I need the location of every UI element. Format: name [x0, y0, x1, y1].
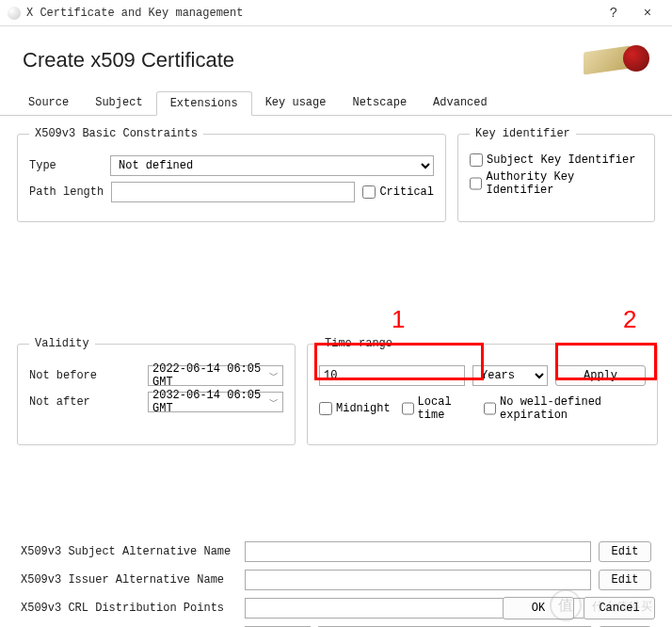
crl-label: X509v3 CRL Distribution Points — [21, 602, 237, 615]
critical-checkbox-wrap[interactable]: Critical — [362, 185, 434, 199]
window-title: X Certificate and Key management — [26, 7, 597, 20]
chevron-down-icon: ﹀ — [269, 369, 279, 382]
not-after-picker[interactable]: 2032-06-14 06:05 GMT ﹀ — [148, 392, 283, 412]
tab-extensions[interactable]: Extensions — [156, 91, 252, 116]
cancel-button[interactable]: Cancel — [584, 597, 655, 619]
midnight-checkbox[interactable] — [319, 402, 332, 415]
san-edit-button[interactable]: Edit — [599, 541, 651, 562]
no-expiration-wrap[interactable]: No well-defined expiration — [484, 395, 646, 422]
authority-key-id-label: Authority Key Identifier — [486, 170, 643, 197]
type-select[interactable]: Not defined — [110, 155, 434, 176]
ian-edit-button[interactable]: Edit — [599, 570, 651, 590]
subject-key-id-wrap[interactable]: Subject Key Identifier — [470, 153, 643, 167]
no-expiration-checkbox[interactable] — [484, 402, 496, 415]
dialog-footer: OK Cancel — [503, 597, 655, 619]
local-time-label: Local time — [418, 395, 472, 422]
authority-key-id-wrap[interactable]: Authority Key Identifier — [470, 170, 643, 197]
path-length-label: Path length — [29, 185, 104, 199]
critical-label: Critical — [379, 185, 434, 199]
tab-subject[interactable]: Subject — [82, 91, 155, 116]
midnight-wrap[interactable]: Midnight — [319, 402, 391, 415]
not-before-label: Not before — [29, 369, 140, 382]
not-before-value: 2022-06-14 06:05 GMT — [152, 362, 269, 389]
validity-group: Validity Not before 2022-06-14 06:05 GMT… — [17, 337, 296, 445]
local-time-checkbox[interactable] — [402, 402, 414, 415]
time-range-group: Time range Years Apply Midnight Local ti… — [307, 337, 658, 445]
tab-content: X509v3 Basic Constraints Type Not define… — [0, 116, 672, 627]
no-expiration-label: No well-defined expiration — [500, 395, 646, 422]
subject-key-id-label: Subject Key Identifier — [487, 153, 635, 167]
window-titlebar: X Certificate and Key management ? × — [0, 0, 672, 26]
key-identifier-legend: Key identifier — [470, 127, 576, 140]
annotation-2: 2 — [623, 305, 636, 334]
san-input[interactable] — [245, 541, 591, 562]
ian-label: X509v3 Issuer Alternative Name — [21, 573, 237, 587]
path-length-input[interactable] — [111, 182, 355, 202]
page-title: Create x509 Certificate — [23, 48, 234, 72]
time-range-input[interactable] — [319, 365, 465, 386]
time-range-unit-select[interactable]: Years — [472, 365, 548, 386]
app-icon — [8, 7, 21, 20]
chevron-down-icon: ﹀ — [269, 395, 279, 409]
annotation-1: 1 — [392, 305, 405, 334]
critical-checkbox[interactable] — [362, 185, 376, 199]
help-button[interactable]: ? — [597, 0, 631, 26]
tab-bar: Source Subject Extensions Key usage Nets… — [0, 90, 672, 116]
ok-button[interactable]: OK — [503, 597, 574, 619]
san-label: X509v3 Subject Alternative Name — [21, 545, 237, 558]
certificate-seal-icon — [584, 41, 649, 79]
type-label: Type — [29, 159, 103, 172]
tab-key-usage[interactable]: Key usage — [252, 91, 340, 116]
close-button[interactable]: × — [631, 0, 664, 26]
not-after-label: Not after — [29, 395, 140, 409]
apply-button[interactable]: Apply — [555, 365, 646, 386]
ian-input[interactable] — [245, 570, 591, 590]
time-range-legend: Time range — [319, 337, 398, 350]
tab-source[interactable]: Source — [15, 91, 82, 116]
local-time-wrap[interactable]: Local time — [402, 395, 472, 422]
not-after-value: 2032-06-14 06:05 GMT — [152, 389, 269, 415]
not-before-picker[interactable]: 2022-06-14 06:05 GMT ﹀ — [148, 365, 283, 386]
tab-netscape[interactable]: Netscape — [339, 91, 420, 116]
tab-advanced[interactable]: Advanced — [420, 91, 501, 116]
authority-key-id-checkbox[interactable] — [470, 177, 482, 190]
validity-legend: Validity — [29, 337, 95, 350]
key-identifier-group: Key identifier Subject Key Identifier Au… — [457, 127, 655, 222]
subject-key-id-checkbox[interactable] — [470, 153, 483, 167]
basic-constraints-group: X509v3 Basic Constraints Type Not define… — [17, 127, 446, 222]
dialog-header: Create x509 Certificate — [0, 26, 672, 90]
midnight-label: Midnight — [336, 402, 391, 415]
basic-constraints-legend: X509v3 Basic Constraints — [29, 127, 203, 140]
